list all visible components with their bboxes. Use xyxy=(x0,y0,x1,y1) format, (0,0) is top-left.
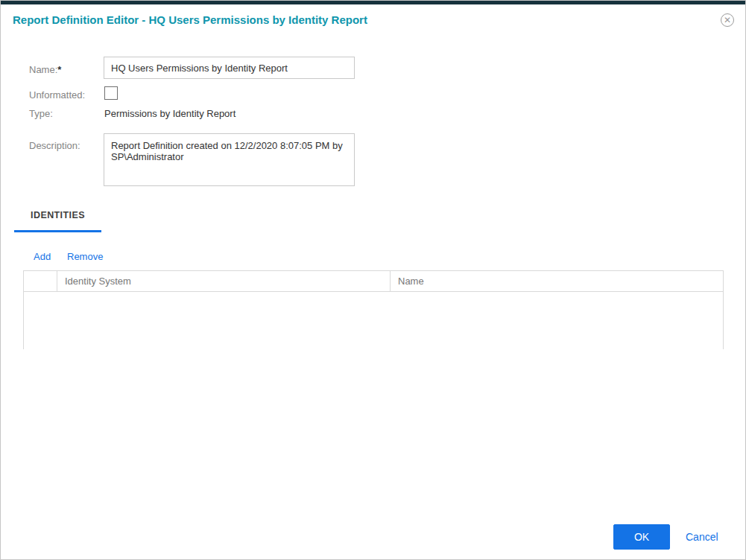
tab-identities[interactable]: IDENTITIES xyxy=(14,210,101,232)
type-value: Permissions by Identity Report xyxy=(104,108,236,119)
cancel-link[interactable]: Cancel xyxy=(686,531,718,543)
dialog-top-strip xyxy=(1,1,745,4)
column-header-name: Name xyxy=(391,271,723,291)
remove-link[interactable]: Remove xyxy=(67,251,103,262)
dialog-title: Report Definition Editor - HQ Users Perm… xyxy=(13,13,367,26)
column-header-select xyxy=(24,271,57,291)
unformatted-checkbox[interactable] xyxy=(104,86,118,100)
description-label: Description: xyxy=(29,140,80,151)
identities-table: Identity System Name xyxy=(23,270,724,349)
unformatted-label: Unformatted: xyxy=(29,89,85,101)
name-label-text: Name: xyxy=(29,64,57,75)
name-input[interactable] xyxy=(104,57,355,79)
table-header-row: Identity System Name xyxy=(24,271,723,292)
column-header-identity-system: Identity System xyxy=(57,271,391,291)
table-body-empty xyxy=(24,292,723,349)
required-asterisk: * xyxy=(57,64,61,75)
add-link[interactable]: Add xyxy=(34,251,51,262)
type-label: Type: xyxy=(29,108,53,119)
description-field[interactable]: Report Definition created on 12/2/2020 8… xyxy=(104,133,355,186)
close-icon[interactable]: ✕ xyxy=(721,13,734,27)
name-label: Name:* xyxy=(29,64,61,75)
ok-button[interactable]: OK xyxy=(613,524,670,550)
report-definition-editor-dialog: Report Definition Editor - HQ Users Perm… xyxy=(0,0,746,560)
